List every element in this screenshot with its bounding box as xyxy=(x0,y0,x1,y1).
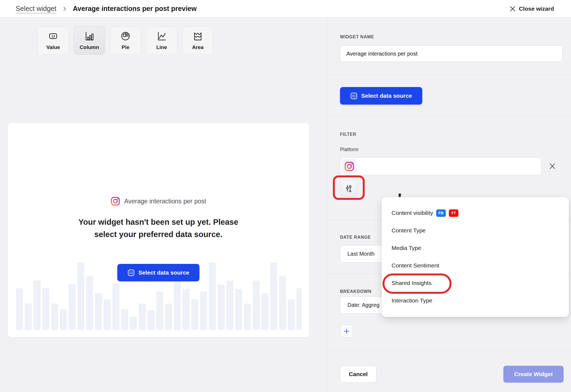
line-chart-icon xyxy=(156,31,167,42)
type-button-line[interactable]: Line xyxy=(146,26,177,55)
empty-state-heading: Your widget hasn't been set up yet. Plea… xyxy=(76,216,241,241)
cancel-button[interactable]: Cancel xyxy=(340,366,376,383)
menu-item-interaction-type[interactable]: Interaction Type xyxy=(382,292,569,309)
menu-item-media-type[interactable]: Media Type xyxy=(382,239,569,257)
divider xyxy=(328,350,571,350)
divider xyxy=(328,74,571,75)
close-wizard-button[interactable]: Close wizard xyxy=(510,0,554,18)
type-button-column[interactable]: Column xyxy=(74,26,105,55)
preview-source-label: Average interactions per post xyxy=(124,198,206,205)
clipped-menu-item-fragment xyxy=(399,194,401,197)
widget-preview-card: Average interactions per post Your widge… xyxy=(8,123,309,337)
platform-filter-select[interactable] xyxy=(340,157,541,175)
widget-wizard: Select widget Average interactions per p… xyxy=(0,0,571,392)
type-button-pie[interactable]: Pie xyxy=(110,26,141,55)
platform-chip xyxy=(342,159,357,174)
facebook-badge: FB xyxy=(436,209,446,217)
instagram-icon xyxy=(111,197,120,206)
select-data-source-button-panel[interactable]: Select data source xyxy=(340,87,422,105)
menu-item-content-type[interactable]: Content Type xyxy=(382,222,569,239)
page-title: Average interactions per post preview xyxy=(73,5,197,13)
breadcrumb-select-widget[interactable]: Select widget xyxy=(16,5,56,13)
platform-label: Platform xyxy=(340,147,358,152)
value-icon: 13 xyxy=(48,31,59,42)
youtube-badge: YT xyxy=(449,209,458,217)
area-chart-icon xyxy=(192,31,203,42)
filter-dropdown: Content visibility FB YT Content Type Me… xyxy=(382,197,569,317)
close-icon xyxy=(510,6,516,12)
preview-source-row: Average interactions per post xyxy=(8,197,309,206)
menu-item-shared-insights[interactable]: Shared Insights xyxy=(382,274,569,292)
instagram-icon xyxy=(344,162,354,171)
chevron-right-icon xyxy=(62,5,67,12)
add-breakdown-button[interactable] xyxy=(340,325,353,338)
type-button-area[interactable]: Area xyxy=(182,26,213,55)
create-widget-button[interactable]: Create Widget xyxy=(503,366,564,383)
filter-plus-icon xyxy=(344,184,353,193)
top-bar: Select widget Average interactions per p… xyxy=(0,0,571,18)
menu-item-content-visibility[interactable]: Content visibility FB YT xyxy=(382,204,569,222)
widget-name-input[interactable] xyxy=(340,45,563,62)
data-source-icon xyxy=(350,92,358,100)
breakdown-label: BREAKDOWN xyxy=(340,289,372,294)
data-source-icon xyxy=(127,269,135,276)
plus-icon xyxy=(344,328,350,334)
type-button-value[interactable]: 13 Value xyxy=(38,26,69,55)
close-wizard-label: Close wizard xyxy=(519,5,554,12)
select-data-source-button-preview[interactable]: Select data source xyxy=(117,264,199,281)
filter-section-label: FILTER xyxy=(340,132,356,137)
column-chart-icon xyxy=(84,31,95,42)
pie-chart-icon xyxy=(120,31,131,42)
add-filter-button[interactable] xyxy=(340,180,357,197)
divider xyxy=(328,116,571,116)
widget-name-label: WIDGET NAME xyxy=(340,34,374,39)
svg-text:13: 13 xyxy=(52,35,55,38)
remove-platform-filter-icon[interactable] xyxy=(549,163,556,170)
menu-item-content-sentiment[interactable]: Content Sentiment xyxy=(382,257,569,274)
date-range-label: DATE RANGE xyxy=(340,235,371,240)
